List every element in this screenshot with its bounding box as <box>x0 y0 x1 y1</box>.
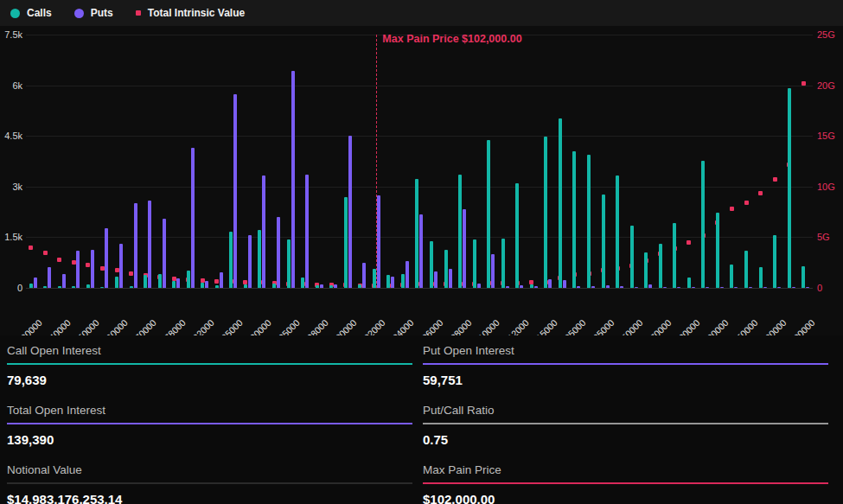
call-bar[interactable] <box>272 284 276 288</box>
call-bar[interactable] <box>373 269 376 288</box>
call-bar[interactable] <box>244 284 247 288</box>
bar-group-240000[interactable] <box>727 35 742 288</box>
put-bar[interactable] <box>706 287 709 288</box>
put-bar[interactable] <box>635 287 638 288</box>
call-bar[interactable] <box>144 275 147 288</box>
call-bar[interactable] <box>788 88 791 288</box>
legend-item-puts[interactable]: Puts <box>74 7 113 19</box>
put-bar[interactable] <box>563 280 566 288</box>
put-bar[interactable] <box>506 286 509 288</box>
bar-group-220000[interactable] <box>712 35 727 288</box>
bar-group-50000[interactable] <box>83 35 98 288</box>
put-bar[interactable] <box>720 287 724 288</box>
bar-group-90000[interactable] <box>255 35 270 288</box>
bar-group-125000[interactable] <box>570 35 584 288</box>
call-bar[interactable] <box>172 281 176 288</box>
put-bar[interactable] <box>734 287 738 288</box>
call-bar[interactable] <box>115 277 118 288</box>
bar-group-92000[interactable] <box>269 35 284 288</box>
call-bar[interactable] <box>673 223 676 288</box>
bar-group-99000[interactable] <box>326 35 341 288</box>
call-bar[interactable] <box>329 285 333 288</box>
call-bar[interactable] <box>730 265 733 288</box>
bar-group-120000[interactable] <box>555 35 570 288</box>
bar-group-78000[interactable] <box>169 35 183 288</box>
put-bar[interactable] <box>749 287 752 288</box>
call-bar[interactable] <box>215 285 219 288</box>
bar-group-112000[interactable] <box>513 35 527 288</box>
call-bar[interactable] <box>301 278 304 288</box>
put-bar[interactable] <box>520 285 523 288</box>
call-bar[interactable] <box>316 285 319 288</box>
put-bar[interactable] <box>220 272 223 288</box>
call-bar[interactable] <box>515 183 519 288</box>
bar-group-82000[interactable] <box>198 35 213 288</box>
put-bar[interactable] <box>119 244 123 288</box>
put-bar[interactable] <box>377 195 380 288</box>
put-bar[interactable] <box>34 278 37 288</box>
put-bar[interactable] <box>334 284 337 288</box>
put-bar[interactable] <box>134 203 137 288</box>
chart-plot-area[interactable] <box>26 35 813 288</box>
put-bar[interactable] <box>205 281 208 288</box>
bar-group-135000[interactable] <box>598 35 613 288</box>
call-bar[interactable] <box>572 151 576 288</box>
call-bar[interactable] <box>415 179 418 288</box>
bar-group-300000[interactable] <box>784 35 799 288</box>
put-bar[interactable] <box>148 201 151 288</box>
bar-group-40000[interactable] <box>54 35 69 288</box>
legend-item-intrinsic[interactable]: Total Intrinsic Value <box>136 7 245 19</box>
call-bar[interactable] <box>86 284 90 288</box>
bar-group-140000[interactable] <box>612 35 627 288</box>
bar-group-109000[interactable] <box>469 35 484 288</box>
put-bar[interactable] <box>663 287 667 288</box>
bar-group-80000[interactable] <box>183 35 198 288</box>
put-bar[interactable] <box>62 274 66 288</box>
put-bar[interactable] <box>248 235 252 288</box>
bar-group-260000[interactable] <box>756 35 770 288</box>
put-bar[interactable] <box>105 228 108 288</box>
call-bar[interactable] <box>358 284 361 288</box>
bar-group-200000[interactable] <box>699 35 713 288</box>
bar-group-114000[interactable] <box>527 35 541 288</box>
bar-group-400000[interactable] <box>798 35 813 288</box>
legend-item-calls[interactable]: Calls <box>10 7 52 19</box>
put-bar[interactable] <box>648 284 652 288</box>
bar-group-96000[interactable] <box>297 35 312 288</box>
call-bar[interactable] <box>473 239 476 288</box>
bar-group-106000[interactable] <box>426 35 441 288</box>
put-bar[interactable] <box>463 209 466 288</box>
call-bar[interactable] <box>401 274 405 288</box>
call-bar[interactable] <box>587 155 591 288</box>
put-bar[interactable] <box>233 94 237 288</box>
put-bar[interactable] <box>792 287 795 288</box>
call-bar[interactable] <box>487 140 490 288</box>
call-bar[interactable] <box>287 239 291 288</box>
put-bar[interactable] <box>305 175 309 288</box>
bar-group-101000[interactable] <box>355 35 370 288</box>
put-bar[interactable] <box>534 286 538 288</box>
bar-group-20000[interactable] <box>26 35 41 288</box>
put-bar[interactable] <box>48 267 51 288</box>
bar-group-70000[interactable] <box>140 35 155 288</box>
put-bar[interactable] <box>163 219 166 288</box>
bar-group-103000[interactable] <box>384 35 399 288</box>
call-bar[interactable] <box>344 197 348 288</box>
bar-group-98000[interactable] <box>312 35 327 288</box>
bar-group-95000[interactable] <box>284 35 298 288</box>
call-bar[interactable] <box>630 226 634 288</box>
bar-group-107000[interactable] <box>441 35 456 288</box>
bar-group-104000[interactable] <box>398 35 412 288</box>
bar-group-110000[interactable] <box>483 35 498 288</box>
bar-group-45000[interactable] <box>69 35 84 288</box>
call-bar[interactable] <box>801 266 805 288</box>
put-bar[interactable] <box>477 284 481 288</box>
put-bar[interactable] <box>406 261 409 288</box>
put-bar[interactable] <box>419 214 423 288</box>
bar-group-130000[interactable] <box>584 35 598 288</box>
put-bar[interactable] <box>449 269 452 288</box>
put-bar[interactable] <box>763 287 767 288</box>
call-bar[interactable] <box>544 137 547 288</box>
bar-group-55000[interactable] <box>98 35 112 288</box>
bar-group-105000[interactable] <box>412 35 427 288</box>
